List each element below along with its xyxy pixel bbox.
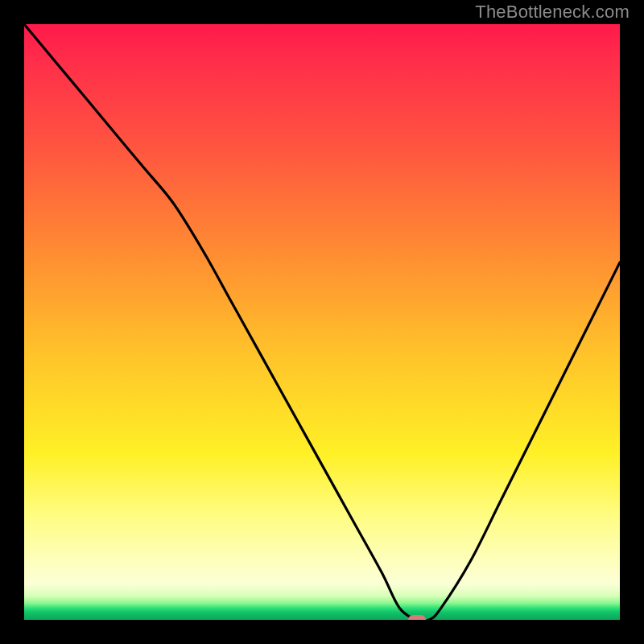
chart-frame: TheBottleneck.com: [0, 0, 644, 644]
plot-area: [24, 24, 620, 620]
bottleneck-curve: [24, 24, 620, 620]
optimal-marker: [408, 615, 426, 620]
watermark-text: TheBottleneck.com: [475, 2, 630, 23]
